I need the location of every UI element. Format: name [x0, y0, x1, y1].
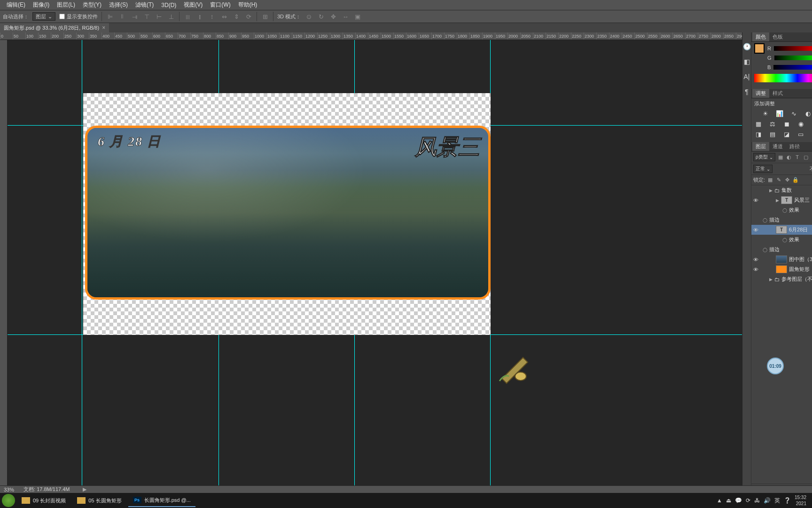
tray-up-icon[interactable]: ▲: [717, 497, 722, 504]
menu-edit[interactable]: 编辑(E): [3, 1, 29, 9]
distribute-h-icon[interactable]: ⫼: [183, 12, 192, 21]
tab-paths[interactable]: 路径: [786, 142, 803, 151]
vibrance-icon[interactable]: ▦: [754, 120, 763, 128]
tray-help-icon[interactable]: ❔: [784, 497, 791, 504]
layer-row[interactable]: ▶🗀集数: [751, 185, 812, 195]
menu-view[interactable]: 视图(V): [180, 1, 206, 9]
layer-row[interactable]: ◯描边: [751, 245, 812, 254]
tray-wechat-icon[interactable]: 💬: [735, 497, 742, 504]
filter-type-dropdown[interactable]: ρ类型 ⌄: [753, 153, 775, 161]
curves-icon[interactable]: ∿: [789, 110, 798, 118]
align-top-icon[interactable]: ⊤: [142, 12, 151, 21]
taskbar-item-photoshop[interactable]: Ps长圆角矩形.psd @...: [128, 494, 195, 507]
menu-3d[interactable]: 3D(D): [157, 2, 180, 8]
align-middle-icon[interactable]: ⊢: [155, 12, 163, 21]
tray-volume-icon[interactable]: 🔊: [764, 497, 771, 504]
show-transform-checkbox[interactable]: 显示变换控件: [59, 13, 98, 20]
taskbar-item-folder2[interactable]: 05 长圆角矩形: [72, 494, 126, 507]
taskbar-item-folder1[interactable]: 09 长封面视频: [17, 494, 70, 507]
visibility-icon[interactable]: 👁: [752, 257, 759, 262]
menu-help[interactable]: 帮助(H): [234, 1, 261, 9]
rotate-icon[interactable]: ⟳: [244, 12, 253, 21]
posterize-icon[interactable]: ▤: [768, 131, 777, 138]
char-icon[interactable]: A|: [742, 73, 751, 80]
menu-filter[interactable]: 滤镜(T): [132, 1, 157, 9]
align-bottom-icon[interactable]: ⊥: [167, 12, 175, 21]
distribute-v-icon[interactable]: ⫿: [195, 12, 204, 21]
properties-icon[interactable]: ◧: [742, 58, 751, 65]
start-button[interactable]: [2, 494, 15, 507]
document-tab[interactable]: 圆角矩形.psd @ 33.3% (6月28日, RGB/8)×: [0, 23, 109, 32]
3d-pan-icon[interactable]: ✥: [329, 12, 337, 21]
history-icon[interactable]: 🕐: [742, 43, 751, 50]
align-center-icon[interactable]: ⫴: [118, 12, 126, 21]
layer-row[interactable]: 👁圆角矩形: [751, 264, 812, 274]
vertical-ruler[interactable]: [0, 40, 8, 493]
tab-swatches[interactable]: 色板: [769, 32, 786, 41]
levels-icon[interactable]: 📊: [775, 110, 784, 118]
layer-row[interactable]: ◯效果: [751, 235, 812, 245]
menu-window[interactable]: 窗口(W): [206, 1, 234, 9]
bw-icon[interactable]: ◼: [782, 120, 791, 128]
tab-layers[interactable]: 图层: [752, 142, 769, 151]
color-spectrum[interactable]: [754, 74, 812, 82]
flip-h-icon[interactable]: ⇔: [220, 12, 228, 21]
brightness-icon[interactable]: ☀: [761, 110, 770, 118]
3d-orbit-icon[interactable]: ⊙: [304, 12, 313, 21]
guide-vertical[interactable]: [82, 40, 82, 493]
lock-position-icon[interactable]: ✎: [775, 177, 782, 183]
tray-sync-icon[interactable]: ⟳: [746, 497, 750, 504]
lock-move-icon[interactable]: ✥: [784, 177, 790, 183]
photo-filter-icon[interactable]: ◉: [796, 120, 805, 128]
foreground-color[interactable]: [754, 43, 765, 54]
gradient-map-icon[interactable]: ▭: [796, 131, 805, 138]
3d-slide-icon[interactable]: ↔: [341, 12, 350, 21]
menu-select[interactable]: 选择(S): [105, 1, 132, 9]
menu-type[interactable]: 类型(Y): [79, 1, 105, 9]
invert-icon[interactable]: ◨: [754, 131, 763, 138]
visibility-icon[interactable]: 👁: [752, 227, 759, 233]
status-menu-icon[interactable]: ▶: [83, 486, 86, 492]
layer-row[interactable]: 👁▶T风景三: [751, 195, 812, 205]
exposure-icon[interactable]: ◐: [804, 110, 812, 118]
tab-styles[interactable]: 样式: [769, 89, 786, 98]
layer-row[interactable]: 👁T6月28日: [751, 225, 812, 235]
filter-adj-icon[interactable]: ◐: [786, 154, 792, 160]
lock-pixels-icon[interactable]: ▦: [767, 177, 773, 183]
filter-text-icon[interactable]: T: [794, 154, 801, 160]
tray-ime[interactable]: 英: [774, 497, 780, 505]
blend-mode-dropdown[interactable]: 正常 ⌄: [753, 165, 773, 173]
menu-layer[interactable]: 图层(L): [53, 1, 79, 9]
tray-usb-icon[interactable]: ⏏: [726, 497, 731, 504]
flip-v-icon[interactable]: ⇕: [232, 12, 241, 21]
distribute-icon[interactable]: ⫶: [208, 12, 216, 21]
3d-roll-icon[interactable]: ↻: [317, 12, 325, 21]
layer-row[interactable]: ◯描边: [751, 215, 812, 225]
layer-row[interactable]: 👁图中图（34: [751, 254, 812, 264]
align-left-icon[interactable]: ⊫: [106, 12, 114, 21]
filter-shape-icon[interactable]: ▢: [803, 154, 809, 160]
tab-channels[interactable]: 通道: [769, 142, 786, 151]
paragraph-icon[interactable]: ¶: [742, 88, 751, 95]
threshold-icon[interactable]: ◪: [782, 131, 791, 138]
tray-network-icon[interactable]: 🖧: [754, 497, 760, 504]
zoom-level[interactable]: 33%: [4, 487, 14, 492]
layer-row[interactable]: ◯效果: [751, 205, 812, 215]
visibility-icon[interactable]: 👁: [752, 267, 759, 272]
visibility-icon[interactable]: 👁: [752, 198, 759, 203]
b-slider[interactable]: [773, 65, 812, 70]
lock-all-icon[interactable]: 🔒: [792, 177, 799, 183]
horizontal-ruler[interactable]: 0501001502002503003504004505005506006507…: [0, 32, 742, 40]
r-slider[interactable]: [774, 46, 812, 51]
close-icon[interactable]: ×: [102, 24, 105, 31]
align-right-icon[interactable]: ⫣: [130, 12, 139, 21]
filter-pixel-icon[interactable]: ▦: [777, 154, 784, 160]
arrange-icon[interactable]: ⊞: [261, 12, 269, 21]
tray-clock[interactable]: 15:322021: [795, 494, 806, 507]
3d-cam-icon[interactable]: ▣: [353, 12, 362, 21]
auto-select-dropdown[interactable]: 图层 ⌄: [32, 12, 55, 21]
tab-adjustments[interactable]: 调整: [752, 89, 769, 98]
hue-icon[interactable]: ⚖: [768, 120, 777, 128]
g-slider[interactable]: [774, 56, 812, 60]
tab-color[interactable]: 颜色: [752, 32, 769, 41]
